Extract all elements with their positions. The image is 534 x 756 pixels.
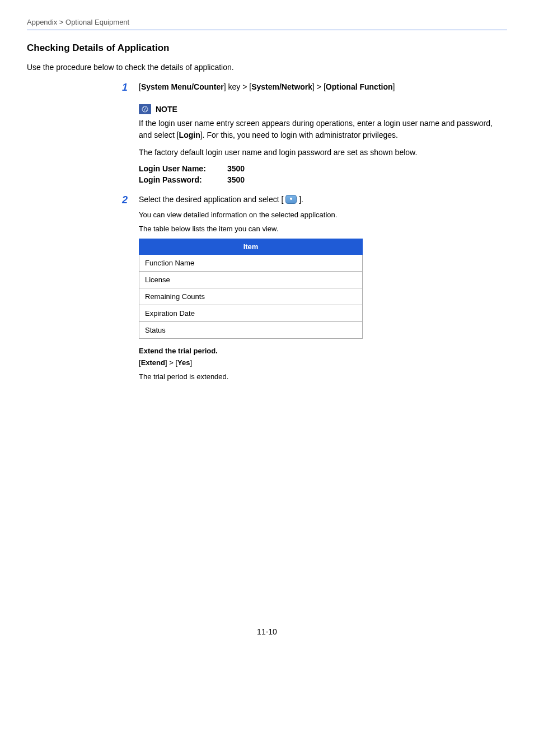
step2-sub2: The table below lists the item you can v… [139,225,507,233]
cell-license: License [139,272,363,288]
b-close: ] [190,358,192,367]
svg-point-3 [146,110,147,111]
cell-expiration-date: Expiration Date [139,305,363,322]
page-number: 11-10 [27,627,507,636]
step2-text-a: Select the desired application and selec… [139,195,283,204]
step-number-2: 2 [122,194,128,206]
note-icon [139,104,151,114]
note-p1c: ]. For this, you need to login with admi… [200,130,398,139]
login-password-label: Login Password: [139,175,217,184]
login-user-row: Login User Name: 3500 [139,164,507,173]
breadcrumb: Appendix > Optional Equipment [27,18,507,30]
extend-result: The trial period is extended. [139,372,507,381]
page-title: Checking Details of Application [27,43,507,54]
cell-function-name: Function Name [139,255,363,272]
key-optional-function: Optional Function [326,82,393,91]
step1-path: [System Menu/Counter] key > [System/Netw… [139,82,507,93]
step-number-1: 1 [122,82,128,94]
table-row: License [139,272,363,288]
credentials-table: Login User Name: 3500 Login Password: 35… [139,164,507,184]
key-yes: Yes [177,358,190,367]
table-row: Status [139,322,363,339]
path-sep-2: ] > [ [312,82,326,91]
item-table-header: Item [139,239,363,255]
note-label: NOTE [156,105,177,114]
login-password-row: Login Password: 3500 [139,175,507,184]
extend-heading: Extend the trial period. [139,347,507,355]
table-row: Remaining Counts [139,288,363,305]
note-text-1: If the login user name entry screen appe… [139,118,507,141]
note-text-2: The factory default login user name and … [139,147,507,158]
table-row: Expiration Date [139,305,363,322]
login-user-value: 3500 [227,164,245,173]
login-user-label: Login User Name: [139,164,217,173]
cell-remaining-counts: Remaining Counts [139,288,363,305]
key-system-network: System/Network [251,82,312,91]
bracket-close: ] [393,82,395,91]
path-sep-1: ] key > [ [224,82,251,91]
key-extend: Extend [141,358,165,367]
svg-point-2 [143,107,144,108]
b-mid: ] > [ [165,358,177,367]
item-table: Item Function Name License Remaining Cou… [139,239,363,339]
login-password-value: 3500 [227,175,245,184]
step2-text-b: ]. [299,195,303,204]
note-box: NOTE If the login user name entry screen… [139,104,507,184]
step2-line: Select the desired application and selec… [139,194,507,206]
key-system-menu-counter: System Menu/Counter [141,82,224,91]
cell-status: Status [139,322,363,339]
extend-path: [Extend] > [Yes] [139,358,507,367]
note-login-key: Login [179,130,200,139]
step-2: 2 Select the desired application and sel… [122,194,507,381]
step2-sub1: You can view detailed information on the… [139,211,507,219]
step-1: 1 [System Menu/Counter] key > [System/Ne… [122,82,507,184]
detail-icon [285,195,297,204]
table-row: Function Name [139,255,363,272]
intro-text: Use the procedure below to check the det… [27,63,507,72]
